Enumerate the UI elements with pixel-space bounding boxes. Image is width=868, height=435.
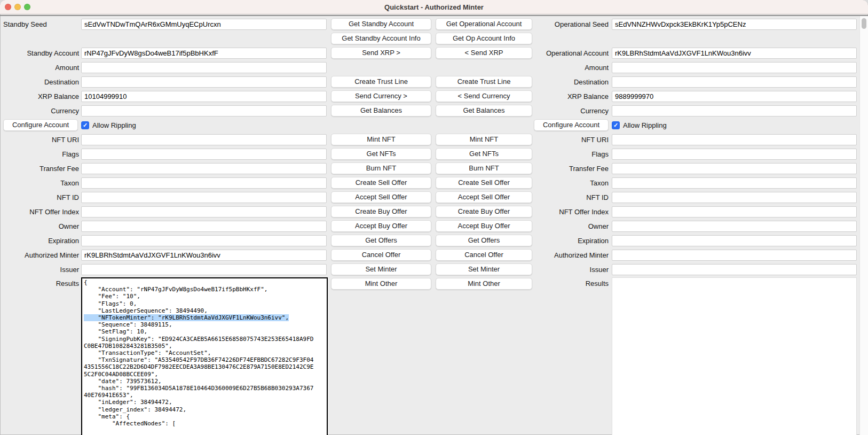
flags-input[interactable] xyxy=(612,149,857,160)
destination-input[interactable] xyxy=(612,76,857,88)
standby-set-minter-button[interactable]: Set Minter xyxy=(331,263,431,275)
results-line: 40E76941E653", xyxy=(84,392,327,399)
scrollbar-thumb[interactable] xyxy=(862,18,866,29)
amount-label: Amount xyxy=(506,62,609,73)
results-line: "TxnSignature": "A53540542F97DB36F74226D… xyxy=(84,356,327,363)
destination-input[interactable] xyxy=(81,76,327,88)
results-line: "date": 739573612, xyxy=(84,378,327,385)
selected-text: "NFTokenMinter": "rK9LBRhStdmtAaVdJXGVF1… xyxy=(84,314,289,321)
authorized-minter-input[interactable] xyxy=(612,250,857,261)
expiration-input[interactable] xyxy=(612,235,857,246)
results-line: "LastLedgerSequence": 38494490, xyxy=(84,307,327,314)
operational-get-op-account-info-button[interactable]: Get Op Account Info xyxy=(436,33,532,44)
owner-label: Owner xyxy=(3,221,79,232)
results-line: "SetFlag": 10, xyxy=(84,328,327,335)
titlebar-divider xyxy=(0,15,868,16)
operational-mint-other-button[interactable]: Mint Other xyxy=(436,278,532,290)
standby-burn-nft-button[interactable]: Burn NFT xyxy=(331,162,431,174)
standby-seed-input[interactable] xyxy=(81,19,327,30)
standby-configure-account-button[interactable]: Configure Account xyxy=(3,119,78,131)
operational-account-input[interactable] xyxy=(612,48,857,59)
amount-input[interactable] xyxy=(612,62,857,73)
standby-seed-label: Standby Seed xyxy=(3,19,79,30)
issuer-input[interactable] xyxy=(81,264,327,275)
standby-get-nfts-button[interactable]: Get NFTs xyxy=(331,148,431,160)
nft-id-input[interactable] xyxy=(81,192,327,203)
amount-input[interactable] xyxy=(81,62,327,73)
title-bar[interactable]: Quickstart - Authorized Minter xyxy=(0,0,868,14)
operational-mint-nft-button[interactable]: Mint NFT xyxy=(436,134,532,145)
authorized-minter-label: Authorized Minter xyxy=(3,250,79,261)
xrp-balance-input[interactable] xyxy=(612,91,857,102)
standby-allow-rippling-checkbox[interactable]: ✓ xyxy=(81,121,89,129)
standby-get-balances-button[interactable]: Get Balances xyxy=(331,105,431,116)
owner-input[interactable] xyxy=(612,221,857,232)
results-line: "NFTokenMinter": "rK9LBRhStdmtAaVdJXGVF1… xyxy=(84,314,327,321)
operational-set-minter-button[interactable]: Set Minter xyxy=(436,263,532,275)
results-line: "AffectedNodes": [ xyxy=(84,420,327,427)
standby-send-xrp-to-op-button[interactable]: Send XRP > xyxy=(331,47,431,59)
operational-allow-rippling-checkbox[interactable]: ✓ xyxy=(612,121,620,129)
standby-allow-rippling-label: Allow Rippling xyxy=(92,120,136,131)
operational-get-operational-account-button[interactable]: Get Operational Account xyxy=(436,18,532,30)
operational-accept-sell-offer-button[interactable]: Accept Sell Offer xyxy=(436,191,532,203)
operational-get-nfts-button[interactable]: Get NFTs xyxy=(436,148,532,160)
operational-get-offers-button[interactable]: Get Offers xyxy=(436,235,532,246)
transfer-fee-input[interactable] xyxy=(81,163,327,174)
results-line: "Sequence": 38489115, xyxy=(84,321,327,328)
results-line: "SigningPubKey": "ED924CA3CAEB5A6615E685… xyxy=(84,336,327,343)
standby-mint-other-button[interactable]: Mint Other xyxy=(331,278,431,290)
standby-get-standby-account-info-button[interactable]: Get Standby Account Info xyxy=(331,33,431,44)
nft-id-input[interactable] xyxy=(612,192,857,203)
operational-allow-rippling-label: Allow Rippling xyxy=(623,120,667,131)
transfer-fee-input[interactable] xyxy=(612,163,857,174)
standby-create-sell-offer-button[interactable]: Create Sell Offer xyxy=(331,177,431,189)
standby-get-offers-button[interactable]: Get Offers xyxy=(331,235,431,246)
taxon-input[interactable] xyxy=(612,177,857,189)
expiration-input[interactable] xyxy=(81,235,327,246)
operational-send-xrp-to-standby-button[interactable]: < Send XRP xyxy=(436,47,532,59)
standby-cancel-offer-button[interactable]: Cancel Offer xyxy=(331,249,431,261)
flags-input[interactable] xyxy=(81,149,327,160)
standby-create-buy-offer-button[interactable]: Create Buy Offer xyxy=(331,206,431,217)
standby-send-currency-to-op-button[interactable]: Send Currency > xyxy=(331,90,431,102)
currency-input[interactable] xyxy=(612,105,857,116)
standby-results-label: Results xyxy=(3,278,79,289)
issuer-input[interactable] xyxy=(612,264,857,275)
operational-create-buy-offer-button[interactable]: Create Buy Offer xyxy=(436,206,532,217)
taxon-input[interactable] xyxy=(81,177,327,189)
standby-account-label: Standby Account xyxy=(3,48,79,59)
standby-results-textarea[interactable]: { "Account": "rNP47gJFvDyW8gsDo4weB17if5… xyxy=(81,277,328,435)
operational-configure-account-button[interactable]: Configure Account xyxy=(534,119,609,131)
operational-seed-input[interactable] xyxy=(612,19,857,30)
standby-create-trust-line-button[interactable]: Create Trust Line xyxy=(331,76,431,88)
results-line: "meta": { xyxy=(84,413,327,420)
standby-account-input[interactable] xyxy=(81,48,327,59)
results-line: "TransactionType": "AccountSet", xyxy=(84,349,327,356)
owner-input[interactable] xyxy=(81,221,327,232)
nft-offer-index-input[interactable] xyxy=(612,206,857,217)
operational-create-trust-line-button[interactable]: Create Trust Line xyxy=(436,76,532,88)
authorized-minter-input[interactable] xyxy=(81,250,327,261)
window-title: Quickstart - Authorized Minter xyxy=(0,0,868,14)
vertical-scrollbar[interactable] xyxy=(859,16,868,435)
operational-get-balances-button[interactable]: Get Balances xyxy=(436,105,532,116)
xrp-balance-label: XRP Balance xyxy=(3,91,79,102)
standby-accept-sell-offer-button[interactable]: Accept Sell Offer xyxy=(331,191,431,203)
nft-uri-input[interactable] xyxy=(612,134,857,145)
standby-get-standby-account-button[interactable]: Get Standby Account xyxy=(331,18,431,30)
currency-input[interactable] xyxy=(81,105,327,116)
operational-results-textarea[interactable] xyxy=(612,277,857,435)
results-line: 4351556C18C22B2D6D4DF7982EECDEA3A98BE130… xyxy=(84,363,327,370)
operational-accept-buy-offer-button[interactable]: Accept Buy Offer xyxy=(436,220,532,232)
nft-uri-input[interactable] xyxy=(81,134,327,145)
xrp-balance-input[interactable] xyxy=(81,91,327,102)
operational-cancel-offer-button[interactable]: Cancel Offer xyxy=(436,249,532,261)
nft-offer-index-input[interactable] xyxy=(81,206,327,217)
standby-mint-nft-button[interactable]: Mint NFT xyxy=(331,134,431,145)
operational-create-sell-offer-button[interactable]: Create Sell Offer xyxy=(436,177,532,189)
operational-send-currency-to-standby-button[interactable]: < Send Currency xyxy=(436,90,532,102)
standby-accept-buy-offer-button[interactable]: Accept Buy Offer xyxy=(331,220,431,232)
results-line: "ledger_index": 38494472, xyxy=(84,406,327,413)
operational-burn-nft-button[interactable]: Burn NFT xyxy=(436,162,532,174)
